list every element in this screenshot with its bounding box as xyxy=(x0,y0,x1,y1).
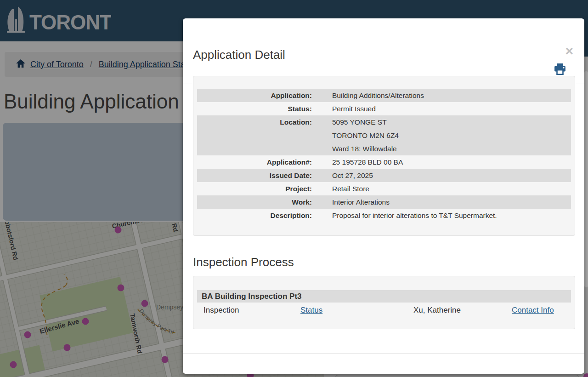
detail-row-issued-date: Issued Date: Oct 27, 2025 xyxy=(197,169,571,182)
detail-row-project: Project: Retail Store xyxy=(197,182,571,195)
inspection-row: Inspection Status Xu, Katherine Contact … xyxy=(197,303,571,318)
inspection-status-link[interactable]: Status xyxy=(300,306,322,314)
detail-row-application-number: Application#: 25 195728 BLD 00 BA xyxy=(197,155,571,169)
application-detail-modal: Application Detail × Application: Buildi… xyxy=(183,18,584,374)
inspection-panel: BA Building Inspection Pt3 Inspection St… xyxy=(193,276,575,329)
modal-footer xyxy=(183,353,584,374)
detail-value: Proposal for interior alterations to T&T… xyxy=(332,209,497,222)
detail-value: Oct 27, 2025 xyxy=(332,169,373,182)
detail-row-work: Work: Interior Alterations xyxy=(197,195,571,209)
modal-title: Application Detail xyxy=(193,48,285,62)
printer-icon xyxy=(554,63,566,75)
detail-label: Issued Date: xyxy=(197,169,312,182)
application-details-panel: Application: Building Additions/Alterati… xyxy=(193,76,575,236)
detail-row-description: Description: Proposal for interior alter… xyxy=(197,209,571,222)
detail-label: Location: xyxy=(197,115,312,155)
print-button[interactable] xyxy=(554,63,566,75)
detail-label: Description: xyxy=(197,209,312,222)
detail-row-status: Status: Permit Issued xyxy=(197,102,571,115)
scrollbar-thumb[interactable] xyxy=(584,71,588,287)
inspector-name: Xu, Katherine xyxy=(413,306,512,315)
detail-row-location: Location: 5095 YONGE ST TORONTO M2N 6Z4 … xyxy=(197,115,571,155)
detail-value: Building Additions/Alterations xyxy=(332,89,424,102)
detail-value: 25 195728 BLD 00 BA xyxy=(332,155,403,169)
detail-label: Work: xyxy=(197,195,312,209)
modal-header: Application Detail × xyxy=(183,18,584,84)
inspection-type: Inspection xyxy=(197,306,300,315)
contact-info-link[interactable]: Contact Info xyxy=(512,306,554,314)
detail-value: Interior Alterations xyxy=(332,195,390,209)
detail-label: Status: xyxy=(197,102,312,115)
inspection-group-title: BA Building Inspection Pt3 xyxy=(197,290,571,303)
detail-value: Permit Issued xyxy=(332,102,376,115)
inspection-process-heading: Inspection Process xyxy=(193,255,294,269)
close-icon[interactable]: × xyxy=(565,44,573,58)
detail-label: Application#: xyxy=(197,155,312,169)
detail-label: Application: xyxy=(197,89,312,102)
detail-value: 5095 YONGE ST TORONTO M2N 6Z4 Ward 18: W… xyxy=(332,115,399,155)
detail-label: Project: xyxy=(197,182,312,195)
detail-row-application: Application: Building Additions/Alterati… xyxy=(197,89,571,102)
detail-value: Retail Store xyxy=(332,182,369,195)
